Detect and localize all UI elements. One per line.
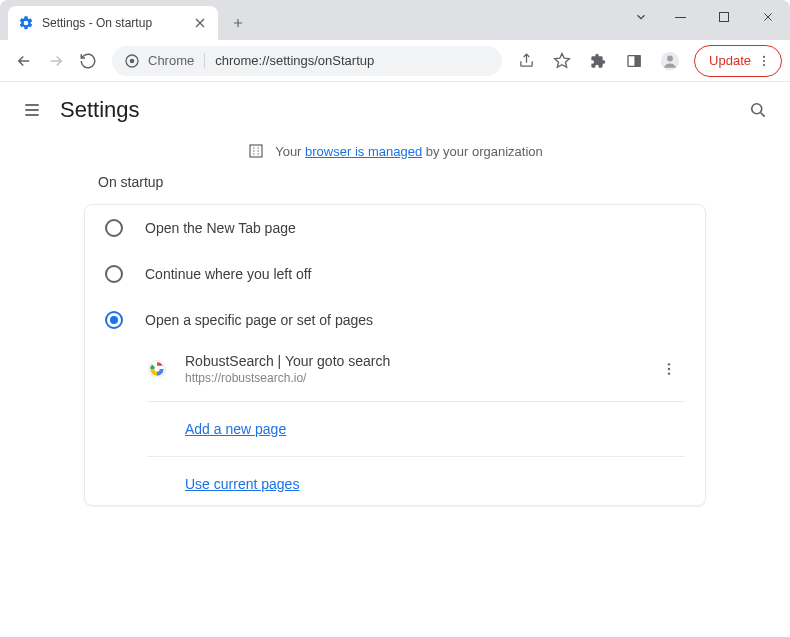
startup-page-url: https://robustsearch.io/ xyxy=(185,371,653,385)
divider xyxy=(147,456,685,457)
chrome-icon xyxy=(124,53,140,69)
maximize-icon xyxy=(719,12,730,23)
managed-notice: Your browser is managed by your organiza… xyxy=(0,142,790,160)
new-tab-button[interactable] xyxy=(224,9,252,37)
reload-icon xyxy=(79,52,97,70)
search-icon xyxy=(748,100,768,120)
more-vert-icon xyxy=(757,54,771,68)
radio-new-tab[interactable]: Open the New Tab page xyxy=(85,205,705,251)
address-bar[interactable]: Chrome chrome://settings/onStartup xyxy=(112,46,502,76)
building-icon xyxy=(247,142,265,160)
extensions-button[interactable] xyxy=(582,45,614,77)
address-url: chrome://settings/onStartup xyxy=(215,53,374,68)
window-controls xyxy=(624,0,790,34)
bookmark-button[interactable] xyxy=(546,45,578,77)
svg-rect-0 xyxy=(675,17,686,18)
radio-icon xyxy=(105,265,123,283)
gear-icon xyxy=(18,15,34,31)
reload-button[interactable] xyxy=(72,45,104,77)
close-icon xyxy=(762,11,774,23)
use-current-row: Use current pages xyxy=(85,463,705,505)
svg-point-11 xyxy=(763,64,765,66)
close-window-button[interactable] xyxy=(746,0,790,34)
svg-point-9 xyxy=(763,55,765,57)
startup-page-row: RobustSearch | Your goto search https://… xyxy=(85,343,705,395)
startup-page-name: RobustSearch | Your goto search xyxy=(185,353,653,369)
svg-point-18 xyxy=(668,372,670,374)
menu-button[interactable] xyxy=(18,96,46,124)
svg-rect-1 xyxy=(719,12,728,21)
managed-link[interactable]: browser is managed xyxy=(305,144,422,159)
profile-button[interactable] xyxy=(654,45,686,77)
section-title: On startup xyxy=(98,174,706,190)
minimize-icon xyxy=(675,12,686,23)
hamburger-icon xyxy=(22,100,42,120)
arrow-right-icon xyxy=(47,52,65,70)
radio-continue[interactable]: Continue where you left off xyxy=(85,251,705,297)
settings-header: Settings xyxy=(0,82,790,138)
toolbar-right: Update xyxy=(510,45,782,77)
close-icon[interactable] xyxy=(192,15,208,31)
use-current-link[interactable]: Use current pages xyxy=(185,476,299,492)
page-more-button[interactable] xyxy=(653,353,685,385)
divider xyxy=(147,401,685,402)
arrow-left-icon xyxy=(15,52,33,70)
maximize-button[interactable] xyxy=(702,0,746,34)
plus-icon xyxy=(231,16,245,30)
avatar-icon xyxy=(660,51,680,71)
more-vert-icon xyxy=(661,361,677,377)
browser-toolbar: Chrome chrome://settings/onStartup Updat… xyxy=(0,40,790,82)
svg-point-15 xyxy=(154,366,159,371)
share-icon xyxy=(518,52,535,69)
page-title: Settings xyxy=(60,97,140,123)
svg-point-8 xyxy=(667,55,673,61)
minimize-button[interactable] xyxy=(658,0,702,34)
window-titlebar: Settings - On startup xyxy=(0,0,790,40)
radio-label: Continue where you left off xyxy=(145,266,311,282)
share-button[interactable] xyxy=(510,45,542,77)
star-icon xyxy=(553,52,571,70)
panel-icon xyxy=(626,53,642,69)
google-favicon-icon xyxy=(147,359,167,379)
update-label: Update xyxy=(709,53,751,68)
radio-icon xyxy=(105,219,123,237)
svg-rect-13 xyxy=(250,145,262,157)
notice-suffix: by your organization xyxy=(422,144,543,159)
radio-label: Open the New Tab page xyxy=(145,220,296,236)
svg-point-17 xyxy=(668,368,670,370)
settings-content: On startup Open the New Tab page Continu… xyxy=(0,174,790,506)
svg-point-10 xyxy=(763,59,765,61)
notice-prefix: Your xyxy=(275,144,305,159)
svg-point-12 xyxy=(752,104,762,114)
tab-search-button[interactable] xyxy=(624,0,658,34)
update-button[interactable]: Update xyxy=(694,45,782,77)
svg-rect-6 xyxy=(635,55,640,66)
radio-icon xyxy=(105,311,123,329)
add-page-row: Add a new page xyxy=(85,408,705,450)
startup-card: Open the New Tab page Continue where you… xyxy=(84,204,706,506)
search-settings-button[interactable] xyxy=(744,96,772,124)
back-button[interactable] xyxy=(8,45,40,77)
page-info: RobustSearch | Your goto search https://… xyxy=(185,353,653,385)
tab-title: Settings - On startup xyxy=(42,16,192,30)
chevron-down-icon xyxy=(634,10,648,24)
radio-specific-pages[interactable]: Open a specific page or set of pages xyxy=(85,297,705,343)
radio-label: Open a specific page or set of pages xyxy=(145,312,373,328)
svg-point-16 xyxy=(668,363,670,365)
browser-tab[interactable]: Settings - On startup xyxy=(8,6,218,40)
side-panel-button[interactable] xyxy=(618,45,650,77)
puzzle-icon xyxy=(590,53,606,69)
forward-button[interactable] xyxy=(40,45,72,77)
add-page-link[interactable]: Add a new page xyxy=(185,421,286,437)
svg-point-3 xyxy=(130,58,135,63)
address-chip: Chrome xyxy=(148,53,205,68)
